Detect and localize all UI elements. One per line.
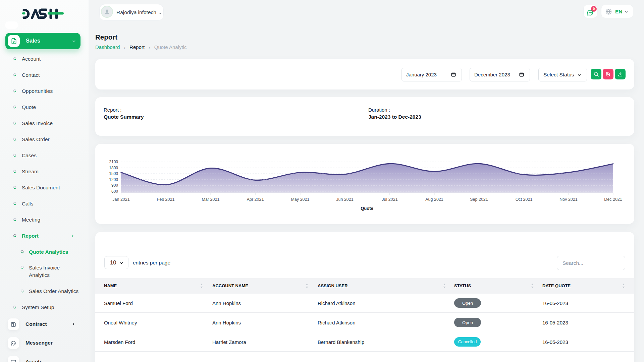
svg-text:Jul 2021: Jul 2021 [382, 197, 397, 202]
svg-text:Feb 2021: Feb 2021 [157, 197, 175, 202]
svg-text:600: 600 [111, 189, 118, 194]
svg-text:Dec 2021: Dec 2021 [604, 197, 622, 202]
svg-text:Oct 2021: Oct 2021 [516, 197, 533, 202]
svg-text:Jun 2021: Jun 2021 [336, 197, 353, 202]
svg-text:Nov 2021: Nov 2021 [559, 197, 578, 202]
svg-text:May 2021: May 2021 [291, 197, 310, 202]
svg-text:Jan 2021: Jan 2021 [112, 197, 129, 202]
svg-text:Mar 2021: Mar 2021 [202, 197, 220, 202]
svg-text:Aug 2021: Aug 2021 [425, 197, 443, 202]
svg-text:900: 900 [111, 183, 118, 188]
svg-text:1200: 1200 [109, 177, 118, 182]
svg-text:Quote: Quote [361, 206, 373, 211]
svg-text:1800: 1800 [109, 166, 118, 170]
svg-text:2100: 2100 [109, 160, 118, 164]
svg-text:Sep 2021: Sep 2021 [470, 197, 488, 202]
svg-text:Apr 2021: Apr 2021 [247, 197, 264, 202]
svg-text:1500: 1500 [109, 171, 118, 176]
